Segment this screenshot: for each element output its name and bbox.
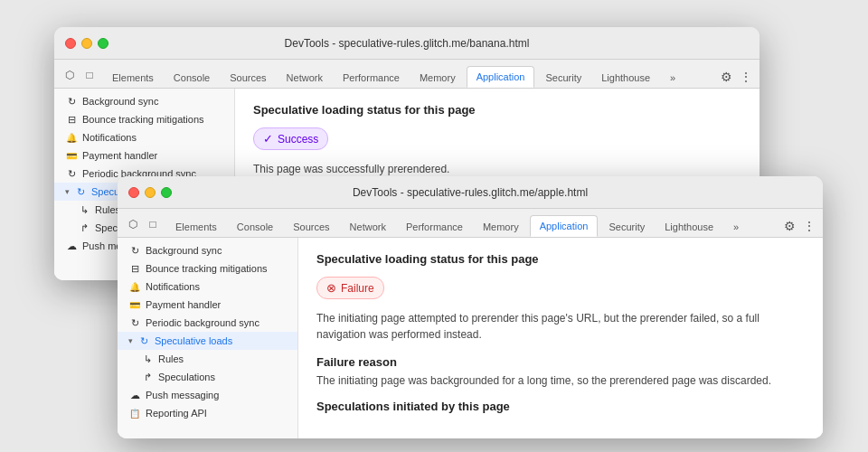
sidebar-speculations-2[interactable]: ↱ Speculations — [118, 368, 297, 386]
speculative-icon-2: ↻ — [137, 334, 150, 347]
sidebar-reporting-api-2[interactable]: 📋 Reporting API — [118, 404, 297, 422]
tab-network-1[interactable]: Network — [278, 68, 332, 88]
tab-console-1[interactable]: Console — [165, 68, 219, 88]
notifications-icon-2: 🔔 — [128, 280, 141, 293]
arrow-icon-1: ▾ — [65, 187, 70, 196]
tab-performance-1[interactable]: Performance — [334, 68, 409, 88]
main-panel-2: Speculative loading status for this page… — [298, 238, 823, 438]
tab-network-2[interactable]: Network — [341, 217, 395, 237]
status-text-2: Failure — [341, 282, 374, 295]
window-title-2: DevTools - speculative-rules.glitch.me/a… — [353, 186, 588, 199]
sidebar-speculative-loads-2[interactable]: ▾ ↻ Speculative loads — [118, 332, 297, 350]
tab-application-2[interactable]: Application — [530, 215, 599, 237]
window-title-1: DevTools - speculative-rules.glitch.me/b… — [285, 37, 530, 50]
cursor-icon[interactable]: ⬡ — [61, 67, 78, 83]
sidebar-background-sync-2[interactable]: ↻ Background sync — [118, 241, 297, 259]
failure-reason-title-2: Failure reason — [316, 355, 805, 369]
minimize-button-2[interactable] — [145, 187, 156, 198]
tabs-right-1: ⚙ ⋮ — [721, 70, 752, 88]
inspect-icon-2[interactable]: □ — [145, 216, 161, 232]
sidebar-bounce-tracking-1[interactable]: ⊟ Bounce tracking mitigations — [54, 110, 234, 128]
close-button-2[interactable] — [128, 187, 139, 198]
panel-title-1: Speculative loading status for this page — [253, 103, 741, 117]
push-icon-1: ☁ — [65, 240, 78, 252]
rules-icon-1: ↳ — [78, 203, 90, 216]
rules-icon-2: ↳ — [141, 353, 154, 365]
success-icon-1: ✓ — [263, 132, 273, 146]
periodic-sync-icon-2: ↻ — [128, 316, 141, 329]
status-badge-1: ✓ Success — [253, 127, 328, 150]
bg-sync-icon-2: ↻ — [128, 244, 141, 257]
tabs-bar-2: ⬡ □ Elements Console Sources Network Per… — [118, 209, 823, 238]
tab-performance-2[interactable]: Performance — [397, 217, 472, 237]
speculative-icon-1: ↻ — [74, 185, 87, 198]
tab-security-1[interactable]: Security — [536, 68, 590, 88]
periodic-sync-icon-1: ↻ — [65, 167, 78, 180]
more-icon-1[interactable]: ⋮ — [740, 70, 752, 84]
sidebar-bounce-tracking-2[interactable]: ⊟ Bounce tracking mitigations — [118, 259, 297, 278]
tab-application-1[interactable]: Application — [467, 66, 535, 88]
reporting-icon-2: 📋 — [128, 407, 141, 419]
sidebar-background-sync-1[interactable]: ↻ Background sync — [54, 92, 234, 110]
tab-icons-2: ⬡ □ — [125, 216, 161, 237]
tab-icons-1: ⬡ □ — [61, 67, 98, 88]
title-bar-1: DevTools - speculative-rules.glitch.me/b… — [54, 27, 760, 60]
tab-sources-1[interactable]: Sources — [221, 68, 275, 88]
inspect-icon[interactable]: □ — [81, 67, 98, 83]
sidebar-payment-handler-2[interactable]: 💳 Payment handler — [118, 296, 297, 314]
panel-title-2: Speculative loading status for this page — [316, 252, 805, 266]
traffic-lights-1 — [65, 38, 108, 49]
arrow-icon-2: ▾ — [128, 336, 133, 345]
status-description-1: This page was successfully prerendered. — [253, 161, 741, 177]
sidebar-periodic-bg-sync-2[interactable]: ↻ Periodic background sync — [118, 314, 297, 332]
sidebar-notifications-1[interactable]: 🔔 Notifications — [54, 128, 234, 146]
close-button-1[interactable] — [65, 38, 76, 49]
tabs-bar-1: ⬡ □ Elements Console Sources Network Per… — [54, 60, 760, 89]
cursor-icon-2[interactable]: ⬡ — [125, 216, 141, 232]
bounce-icon-1: ⊟ — [65, 113, 78, 126]
bounce-icon-2: ⊟ — [128, 262, 141, 275]
settings-icon-1[interactable]: ⚙ — [721, 70, 732, 84]
traffic-lights-2 — [128, 187, 172, 198]
tab-elements-2[interactable]: Elements — [166, 217, 226, 237]
sidebar-payment-handler-1[interactable]: 💳 Payment handler — [54, 146, 234, 165]
status-description-2: The initiating page attempted to prerend… — [316, 310, 805, 343]
tab-memory-2[interactable]: Memory — [474, 217, 528, 237]
sidebar-2: ↻ Background sync ⊟ Bounce tracking miti… — [118, 238, 298, 438]
tab-lighthouse-1[interactable]: Lighthouse — [592, 68, 659, 88]
tab-more-1[interactable]: » — [661, 68, 684, 88]
tab-console-2[interactable]: Console — [228, 217, 282, 237]
push-icon-2: ☁ — [128, 389, 141, 401]
tab-lighthouse-2[interactable]: Lighthouse — [656, 217, 722, 237]
failure-reason-text-2: The initiating page was backgrounded for… — [316, 374, 805, 387]
more-icon-2[interactable]: ⋮ — [803, 219, 816, 233]
minimize-button-1[interactable] — [81, 38, 92, 49]
tab-memory-1[interactable]: Memory — [410, 68, 465, 88]
sidebar-rules-2[interactable]: ↳ Rules — [118, 350, 297, 368]
content-area-2: ↻ Background sync ⊟ Bounce tracking miti… — [118, 238, 823, 438]
tab-elements-1[interactable]: Elements — [103, 68, 163, 88]
maximize-button-2[interactable] — [161, 187, 172, 198]
speculations-icon-1: ↱ — [78, 221, 90, 234]
status-text-1: Success — [278, 133, 318, 146]
payment-icon-1: 💳 — [65, 149, 78, 162]
tab-sources-2[interactable]: Sources — [284, 217, 338, 237]
sidebar-notifications-2[interactable]: 🔔 Notifications — [118, 278, 297, 296]
devtools-window-2: DevTools - speculative-rules.glitch.me/a… — [118, 176, 823, 438]
failure-icon-2: ⊗ — [326, 281, 336, 295]
title-bar-2: DevTools - speculative-rules.glitch.me/a… — [118, 176, 823, 209]
speculations-icon-2: ↱ — [141, 371, 154, 383]
settings-icon-2[interactable]: ⚙ — [784, 219, 796, 233]
sidebar-push-messaging-2[interactable]: ☁ Push messaging — [118, 386, 297, 404]
maximize-button-1[interactable] — [98, 38, 108, 49]
speculations-initiated-title-2: Speculations initiated by this page — [316, 400, 805, 413]
tabs-right-2: ⚙ ⋮ — [784, 219, 816, 237]
status-badge-2: ⊗ Failure — [316, 277, 384, 299]
tab-more-2[interactable]: » — [724, 217, 748, 237]
payment-icon-2: 💳 — [128, 298, 141, 311]
notifications-icon-1: 🔔 — [65, 131, 78, 144]
bg-sync-icon-1: ↻ — [65, 95, 78, 108]
tab-security-2[interactable]: Security — [599, 217, 654, 237]
